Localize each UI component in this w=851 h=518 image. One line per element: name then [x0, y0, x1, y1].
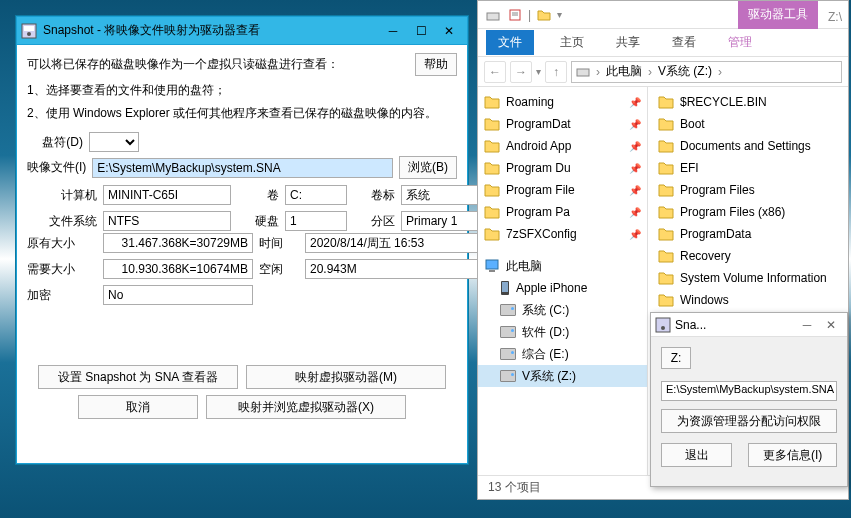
- window-title: Snapshot - 将映像文件映射为驱动器查看: [43, 22, 379, 39]
- idle-value: 20.943M: [305, 259, 485, 279]
- address-bar[interactable]: › 此电脑 › V系统 (Z:) ›: [571, 61, 842, 83]
- computer-label: 计算机: [27, 187, 97, 204]
- sidebar-item[interactable]: ProgramDat📌: [478, 113, 647, 135]
- encrypt-label: 加密: [27, 287, 97, 304]
- sidebar-item[interactable]: Roaming📌: [478, 91, 647, 113]
- disk-value: 1: [285, 211, 347, 231]
- sidebar-item-label: 7zSFXConfig: [506, 227, 577, 241]
- tab-file[interactable]: 文件: [486, 30, 534, 55]
- sna-drive-button[interactable]: Z:: [661, 347, 691, 369]
- sidebar-this-pc[interactable]: 此电脑: [478, 255, 647, 277]
- list-item[interactable]: Program Files (x86): [648, 201, 848, 223]
- list-item-label: Documents and Settings: [680, 139, 811, 153]
- sna-exit-button[interactable]: 退出: [661, 443, 732, 467]
- sidebar-item[interactable]: 7zSFXConfig📌: [478, 223, 647, 245]
- tab-share[interactable]: 共享: [610, 30, 646, 55]
- tab-home[interactable]: 主页: [554, 30, 590, 55]
- sna-more-info-button[interactable]: 更多信息(I): [748, 443, 837, 467]
- encrypt-value: No: [103, 285, 253, 305]
- sidebar-device[interactable]: 系统 (C:): [478, 299, 647, 321]
- sidebar-item-label: Program File: [506, 183, 575, 197]
- maximize-button[interactable]: ☐: [407, 21, 435, 41]
- chevron-right-icon[interactable]: ›: [718, 65, 722, 79]
- list-item[interactable]: System Volume Information: [648, 267, 848, 289]
- nav-pane: Roaming📌ProgramDat📌Android App📌Program D…: [478, 87, 648, 475]
- sna-popup: Sna... ─ ✕ Z: E:\System\MyBackup\system.…: [650, 312, 848, 487]
- drive-select[interactable]: [89, 132, 139, 152]
- close-button[interactable]: ✕: [435, 21, 463, 41]
- qat-dropdown-icon[interactable]: ▾: [557, 9, 562, 20]
- sidebar-device[interactable]: 软件 (D:): [478, 321, 647, 343]
- nav-back-button[interactable]: ←: [484, 61, 506, 83]
- sidebar-item-label: 软件 (D:): [522, 324, 569, 341]
- sidebar-device[interactable]: 综合 (E:): [478, 343, 647, 365]
- tab-manage[interactable]: 管理: [722, 30, 758, 55]
- explorer-qat: | ▾ 驱动器工具 Z:\: [478, 1, 848, 29]
- sidebar-device[interactable]: Apple iPhone: [478, 277, 647, 299]
- sidebar-item-label: 系统 (C:): [522, 302, 569, 319]
- list-item[interactable]: ProgramData: [648, 223, 848, 245]
- image-file-label: 映像文件(I): [27, 159, 86, 176]
- pin-icon: 📌: [629, 207, 641, 218]
- sidebar-device[interactable]: V系统 (Z:): [478, 365, 647, 387]
- chevron-right-icon[interactable]: ›: [648, 65, 652, 79]
- sidebar-item[interactable]: Android App📌: [478, 135, 647, 157]
- map-drive-button[interactable]: 映射虚拟驱动器(M): [246, 365, 446, 389]
- list-item[interactable]: Boot: [648, 113, 848, 135]
- svg-point-2: [27, 32, 31, 36]
- disk-label: 硬盘: [237, 213, 279, 230]
- sidebar-item-label: ProgramDat: [506, 117, 571, 131]
- breadcrumb-this-pc[interactable]: 此电脑: [606, 63, 642, 80]
- list-item[interactable]: Windows: [648, 289, 848, 311]
- minimize-button[interactable]: ─: [379, 21, 407, 41]
- svg-rect-8: [486, 260, 498, 269]
- titlebar: Snapshot - 将映像文件映射为驱动器查看 ─ ☐ ✕: [17, 17, 467, 45]
- qat-folder-icon[interactable]: [535, 6, 553, 24]
- sidebar-item[interactable]: Program File📌: [478, 179, 647, 201]
- list-item[interactable]: EFI: [648, 157, 848, 179]
- sidebar-item-label: 此电脑: [506, 258, 542, 275]
- help-button[interactable]: 帮助: [415, 53, 457, 76]
- pin-icon: 📌: [629, 185, 641, 196]
- sna-minimize-button[interactable]: ─: [795, 318, 819, 332]
- nav-history-dropdown[interactable]: ▾: [536, 66, 541, 77]
- list-item[interactable]: Program Files: [648, 179, 848, 201]
- list-item[interactable]: Recovery: [648, 245, 848, 267]
- map-and-browse-button[interactable]: 映射并浏览虚拟驱动器(X): [206, 395, 406, 419]
- qat-properties-icon[interactable]: [506, 6, 524, 24]
- sidebar-item-label: 综合 (E:): [522, 346, 569, 363]
- list-item-label: Program Files: [680, 183, 755, 197]
- nav-up-button[interactable]: ↑: [545, 61, 567, 83]
- list-item-label: Program Files (x86): [680, 205, 785, 219]
- chevron-right-icon[interactable]: ›: [596, 65, 600, 79]
- nav-forward-button[interactable]: →: [510, 61, 532, 83]
- svg-rect-1: [24, 26, 34, 31]
- drive-tools-tab[interactable]: 驱动器工具: [738, 1, 818, 29]
- sidebar-item[interactable]: Program Du📌: [478, 157, 647, 179]
- list-item-label: Recovery: [680, 249, 731, 263]
- list-item-label: System Volume Information: [680, 271, 827, 285]
- qat-drive-icon[interactable]: [484, 6, 502, 24]
- app-icon: [21, 23, 37, 39]
- pin-icon: 📌: [629, 141, 641, 152]
- pin-icon: 📌: [629, 229, 641, 240]
- pin-icon: 📌: [629, 97, 641, 108]
- list-item[interactable]: $RECYCLE.BIN: [648, 91, 848, 113]
- list-item[interactable]: Documents and Settings: [648, 135, 848, 157]
- sna-close-button[interactable]: ✕: [819, 318, 843, 332]
- drive-icon: [500, 326, 516, 338]
- cancel-button[interactable]: 取消: [78, 395, 198, 419]
- sna-path-display: E:\System\MyBackup\system.SNA: [661, 381, 837, 401]
- sna-app-icon: [655, 317, 671, 333]
- snapshot-dialog: Snapshot - 将映像文件映射为驱动器查看 ─ ☐ ✕ 可以将已保存的磁盘…: [16, 16, 468, 464]
- fs-label: 文件系统: [27, 213, 97, 230]
- sidebar-item[interactable]: Program Pa📌: [478, 201, 647, 223]
- breadcrumb-drive[interactable]: V系统 (Z:): [658, 63, 712, 80]
- browse-button[interactable]: 浏览(B): [399, 156, 457, 179]
- tab-view[interactable]: 查看: [666, 30, 702, 55]
- set-viewer-button[interactable]: 设置 Snapshot 为 SNA 查看器: [38, 365, 238, 389]
- sna-assign-permission-button[interactable]: 为资源管理器分配访问权限: [661, 409, 837, 433]
- image-path-input[interactable]: [92, 158, 393, 178]
- drive-path-label: Z:\: [828, 6, 842, 24]
- orig-size-value: 31.467.368K=30729MB: [103, 233, 253, 253]
